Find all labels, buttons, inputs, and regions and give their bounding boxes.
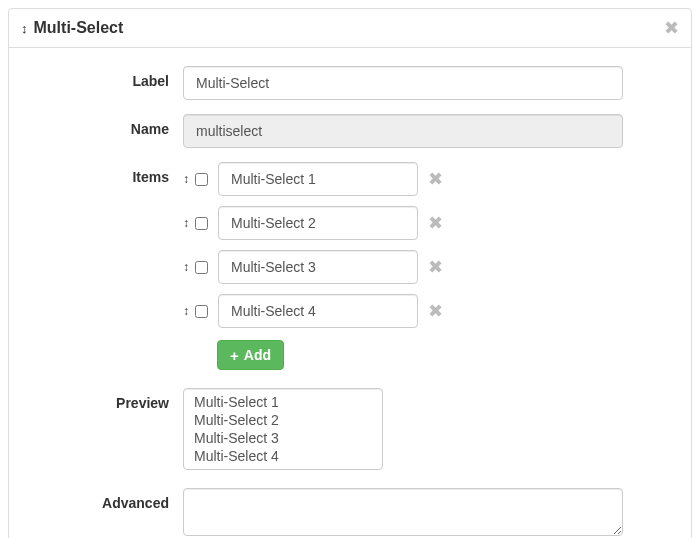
row-label: Label <box>33 66 667 100</box>
panel-title: ↕ Multi-Select <box>21 19 123 37</box>
sort-handle-icon[interactable]: ↕ <box>183 261 189 273</box>
items-wrap: ↕ ✖ ↕ ✖ ↕ ✖ ↕ <box>183 162 623 370</box>
name-wrap <box>183 114 623 148</box>
advanced-textarea[interactable] <box>183 488 623 536</box>
remove-item-icon[interactable]: ✖ <box>428 258 443 276</box>
label-input[interactable] <box>183 66 623 100</box>
add-item-button[interactable]: + Add <box>217 340 284 370</box>
preview-wrap: Multi-Select 1 Multi-Select 2 Multi-Sele… <box>183 388 623 470</box>
label-wrap <box>183 66 623 100</box>
item-checkbox[interactable] <box>195 261 208 274</box>
remove-item-icon[interactable]: ✖ <box>428 214 443 232</box>
add-button-label: Add <box>244 347 271 363</box>
sort-handle-icon[interactable]: ↕ <box>183 217 189 229</box>
items-caption: Items <box>33 162 183 185</box>
close-icon[interactable]: ✖ <box>664 19 679 37</box>
advanced-wrap <box>183 488 623 538</box>
item-row: ↕ ✖ <box>183 162 623 196</box>
field-panel: ↕ Multi-Select ✖ Label Name Items ↕ <box>8 8 692 538</box>
row-items: Items ↕ ✖ ↕ ✖ ↕ ✖ <box>33 162 667 370</box>
preview-option[interactable]: Multi-Select 2 <box>188 411 378 429</box>
item-input[interactable] <box>218 162 418 196</box>
item-checkbox[interactable] <box>195 305 208 318</box>
item-row: ↕ ✖ <box>183 250 623 284</box>
plus-icon: + <box>230 348 239 363</box>
item-row: ↕ ✖ <box>183 206 623 240</box>
item-input[interactable] <box>218 206 418 240</box>
item-input[interactable] <box>218 294 418 328</box>
sort-handle-icon[interactable]: ↕ <box>21 22 28 35</box>
row-advanced: Advanced <box>33 488 667 538</box>
label-caption: Label <box>33 66 183 89</box>
panel-body: Label Name Items ↕ ✖ ↕ <box>9 48 691 538</box>
remove-item-icon[interactable]: ✖ <box>428 302 443 320</box>
preview-option[interactable]: Multi-Select 1 <box>188 393 378 411</box>
item-input[interactable] <box>218 250 418 284</box>
preview-select[interactable]: Multi-Select 1 Multi-Select 2 Multi-Sele… <box>183 388 383 470</box>
item-checkbox[interactable] <box>195 173 208 186</box>
preview-option[interactable]: Multi-Select 4 <box>188 447 378 465</box>
panel-header: ↕ Multi-Select ✖ <box>9 9 691 48</box>
item-row: ↕ ✖ <box>183 294 623 328</box>
name-caption: Name <box>33 114 183 137</box>
panel-title-text: Multi-Select <box>34 19 124 37</box>
item-checkbox[interactable] <box>195 217 208 230</box>
remove-item-icon[interactable]: ✖ <box>428 170 443 188</box>
advanced-caption: Advanced <box>33 488 183 511</box>
row-preview: Preview Multi-Select 1 Multi-Select 2 Mu… <box>33 388 667 470</box>
sort-handle-icon[interactable]: ↕ <box>183 173 189 185</box>
row-name: Name <box>33 114 667 148</box>
preview-caption: Preview <box>33 388 183 411</box>
name-input <box>183 114 623 148</box>
preview-option[interactable]: Multi-Select 3 <box>188 429 378 447</box>
sort-handle-icon[interactable]: ↕ <box>183 305 189 317</box>
